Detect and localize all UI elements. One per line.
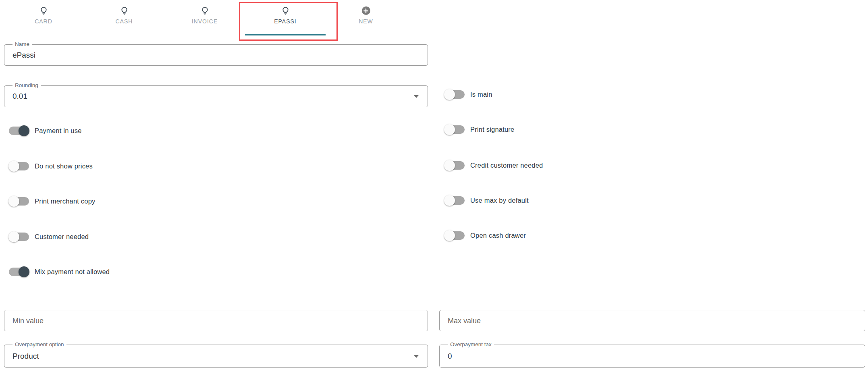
toggle-label: Mix payment not allowed bbox=[35, 268, 110, 276]
toggle-label: Do not show prices bbox=[35, 162, 93, 170]
toggle-label: Open cash drawer bbox=[470, 232, 526, 239]
tab-new[interactable]: NEW bbox=[326, 2, 406, 35]
do-not-show-prices-toggle[interactable] bbox=[9, 161, 29, 172]
toggle-thumb bbox=[444, 230, 455, 241]
toggle-row: Open cash drawer bbox=[444, 230, 526, 241]
name-field-label: Name bbox=[12, 41, 32, 47]
toggle-label: Print signature bbox=[470, 126, 514, 133]
tab-label: INVOICE bbox=[192, 18, 218, 25]
max-value-input[interactable] bbox=[440, 310, 865, 331]
tab-label: CASH bbox=[116, 18, 133, 25]
toggle-thumb bbox=[444, 195, 455, 206]
payment-settings-page: CARD CASH INVOICE bbox=[0, 0, 868, 376]
toggle-row: Mix payment not allowed bbox=[9, 266, 110, 277]
toggle-row: Print signature bbox=[444, 124, 514, 135]
rounding-value: 0.01 bbox=[12, 92, 27, 101]
toggle-label: Use max by default bbox=[470, 197, 529, 204]
toggle-row: Is main bbox=[444, 89, 492, 100]
tab-invoice[interactable]: INVOICE bbox=[164, 2, 245, 35]
overpayment-option-value: Product bbox=[12, 352, 39, 361]
overpayment-tax-field: Overpayment tax bbox=[439, 345, 865, 368]
toggle-thumb bbox=[8, 161, 19, 172]
chevron-down-icon bbox=[414, 95, 419, 98]
add-icon bbox=[362, 6, 370, 16]
payment-type-tabs: CARD CASH INVOICE bbox=[3, 2, 406, 35]
lightbulb-icon bbox=[39, 6, 48, 16]
toggle-thumb bbox=[8, 231, 19, 242]
use-max-by-default-toggle[interactable] bbox=[444, 195, 465, 206]
toggle-label: Is main bbox=[470, 91, 492, 98]
name-field: Name bbox=[4, 44, 428, 66]
tab-label: CARD bbox=[35, 18, 52, 25]
print-signature-toggle[interactable] bbox=[444, 124, 465, 135]
toggle-thumb bbox=[8, 196, 19, 207]
min-value-input[interactable] bbox=[4, 310, 428, 331]
open-cash-drawer-toggle[interactable] bbox=[444, 230, 465, 241]
customer-needed-toggle[interactable] bbox=[9, 231, 29, 242]
overpayment-option-field[interactable]: Overpayment option Product bbox=[4, 345, 428, 368]
payment-in-use-toggle[interactable] bbox=[9, 125, 29, 136]
name-input[interactable] bbox=[4, 45, 428, 65]
rounding-field[interactable]: Rounding 0.01 bbox=[4, 85, 428, 107]
tab-epassi[interactable]: EPASSI bbox=[245, 2, 326, 35]
rounding-field-label: Rounding bbox=[12, 82, 41, 88]
credit-customer-needed-toggle[interactable] bbox=[444, 160, 465, 171]
min-value-field bbox=[4, 310, 428, 331]
toggle-thumb bbox=[444, 160, 455, 171]
lightbulb-icon bbox=[201, 6, 209, 16]
tab-label: EPASSI bbox=[274, 18, 297, 25]
overpayment-option-label: Overpayment option bbox=[12, 341, 66, 347]
max-value-field bbox=[439, 310, 865, 331]
toggle-label: Credit customer needed bbox=[470, 162, 543, 169]
toggle-row: Print merchant copy bbox=[9, 195, 96, 207]
toggle-row: Do not show prices bbox=[9, 160, 93, 172]
toggle-label: Payment in use bbox=[35, 127, 82, 135]
overpayment-tax-input[interactable] bbox=[440, 345, 865, 367]
toggle-thumb bbox=[444, 89, 455, 100]
chevron-down-icon bbox=[414, 355, 419, 358]
tab-card[interactable]: CARD bbox=[3, 2, 84, 35]
is-main-toggle[interactable] bbox=[444, 89, 465, 100]
tab-label: NEW bbox=[359, 18, 373, 25]
toggle-thumb bbox=[444, 124, 455, 135]
tab-indicator bbox=[245, 34, 326, 35]
overpayment-tax-label: Overpayment tax bbox=[448, 341, 494, 347]
toggle-row: Payment in use bbox=[9, 125, 82, 136]
lightbulb-icon bbox=[281, 6, 290, 16]
toggle-thumb bbox=[19, 125, 29, 136]
toggle-row: Customer needed bbox=[9, 231, 89, 242]
mix-payment-not-allowed-toggle[interactable] bbox=[9, 266, 29, 277]
toggle-label: Customer needed bbox=[35, 233, 89, 241]
print-merchant-copy-toggle[interactable] bbox=[9, 196, 29, 207]
toggle-row: Use max by default bbox=[444, 195, 529, 206]
lightbulb-icon bbox=[120, 6, 129, 16]
toggle-row: Credit customer needed bbox=[444, 160, 543, 171]
tab-cash[interactable]: CASH bbox=[84, 2, 164, 35]
toggle-label: Print merchant copy bbox=[35, 197, 96, 205]
toggle-thumb bbox=[19, 266, 29, 277]
